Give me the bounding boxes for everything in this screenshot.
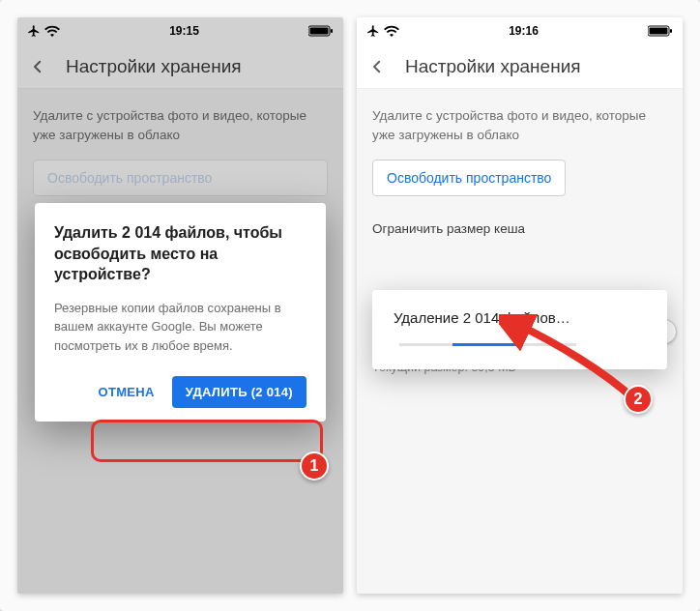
phone-right: 19:16 Настройки хранения Удалите с устро… <box>357 17 683 594</box>
dialog-title: Удалить 2 014 файлов, чтобы освободить м… <box>54 222 306 285</box>
cancel-button[interactable]: ОТМЕНА <box>89 377 164 407</box>
status-bar: 19:16 <box>357 17 683 44</box>
battery-icon <box>648 25 673 37</box>
progress-fill <box>452 343 523 346</box>
phone-left: 19:15 Настройки хранения Удалите с устро… <box>17 17 343 594</box>
svg-rect-5 <box>670 29 672 33</box>
free-space-button[interactable]: Освободить пространство <box>372 160 566 196</box>
dialog-body: Резервные копии файлов сохранены в вашем… <box>54 299 306 356</box>
progress-bar <box>399 343 576 346</box>
dialog-actions: ОТМЕНА УДАЛИТЬ (2 014) <box>54 376 306 408</box>
page-title: Настройки хранения <box>405 56 581 77</box>
delete-button[interactable]: УДАЛИТЬ (2 014) <box>172 376 306 408</box>
tutorial-frame: 19:15 Настройки хранения Удалите с устро… <box>0 0 700 611</box>
step-badge-1: 1 <box>300 451 329 480</box>
wifi-icon <box>384 25 399 37</box>
airplane-icon <box>366 24 380 38</box>
delete-confirm-dialog: Удалить 2 014 файлов, чтобы освободить м… <box>35 203 326 422</box>
progress-label: Удаление 2 014 файлов… <box>394 309 646 326</box>
deletion-progress-dialog: Удаление 2 014 файлов… <box>372 290 667 369</box>
page-header: Настройки хранения <box>357 44 683 89</box>
cache-section-title: Ограничить размер кеша <box>372 221 667 236</box>
storage-desc: Удалите с устройства фото и видео, котор… <box>372 106 667 144</box>
status-time: 19:16 <box>509 24 539 38</box>
svg-rect-4 <box>649 28 667 35</box>
step-badge-2: 2 <box>624 385 653 414</box>
back-icon[interactable] <box>366 56 388 77</box>
